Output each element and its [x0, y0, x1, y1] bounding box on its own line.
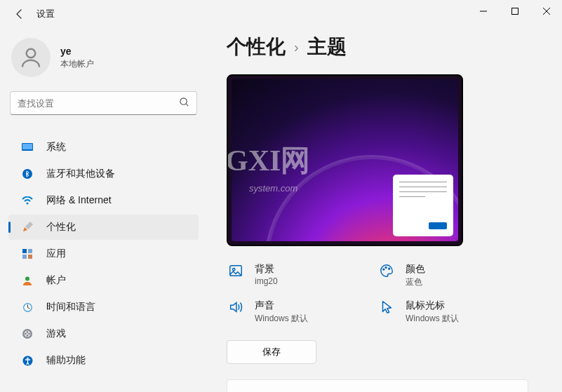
nav-label: 个性化	[46, 221, 76, 234]
option-sound[interactable]: 声音Windows 默认	[227, 297, 377, 327]
search-box[interactable]	[10, 91, 197, 115]
nav-item-system[interactable]: 系统	[8, 135, 199, 160]
nav-item-time[interactable]: 时间和语言	[8, 295, 199, 320]
svg-point-24	[27, 332, 28, 333]
preview-window-mock	[393, 175, 453, 236]
svg-point-5	[180, 97, 187, 104]
opt-sub: img20	[255, 276, 278, 286]
paint-icon	[21, 221, 34, 234]
cursor-icon	[377, 299, 396, 325]
account-icon	[21, 274, 34, 287]
image-icon	[227, 263, 245, 288]
svg-point-15	[25, 277, 29, 281]
nav-label: 帐户	[46, 274, 66, 287]
breadcrumb-current: 主题	[307, 34, 347, 60]
option-background[interactable]: 背景img20	[227, 260, 377, 291]
svg-point-30	[383, 269, 384, 270]
opt-sub: 蓝色	[406, 276, 425, 288]
svg-point-32	[389, 268, 390, 269]
nav-label: 网络 & Internet	[46, 194, 112, 207]
svg-line-6	[186, 104, 188, 106]
nav-label: 系统	[46, 141, 66, 154]
nav-item-network[interactable]: 网络 & Internet	[8, 188, 199, 213]
svg-rect-8	[22, 144, 32, 149]
back-button[interactable]	[13, 7, 27, 21]
main-panel: 个性化 › 主题 GXI网 system.com 背景img20 颜色蓝	[207, 28, 562, 392]
search-icon	[179, 97, 189, 110]
nav-label: 应用	[46, 248, 66, 260]
chevron-right-icon: ›	[294, 39, 299, 55]
nav-list: 系统 蓝牙和其他设备 网络 & Internet 个性化 应用 帐户	[6, 135, 201, 373]
nav-item-accessibility[interactable]: 辅助功能	[8, 348, 199, 373]
option-cursor[interactable]: 鼠标光标Windows 默认	[377, 297, 528, 327]
nav-item-gaming[interactable]: 游戏	[8, 321, 199, 346]
bottom-card[interactable]	[227, 379, 528, 392]
svg-rect-14	[28, 255, 32, 259]
svg-rect-1	[511, 8, 518, 15]
clock-icon	[21, 301, 34, 313]
nav-label: 蓝牙和其他设备	[46, 168, 115, 180]
nav-item-apps[interactable]: 应用	[8, 241, 199, 266]
opt-sub: Windows 默认	[255, 313, 308, 325]
search-input[interactable]	[18, 98, 179, 109]
apps-icon	[21, 248, 34, 260]
nav-label: 游戏	[46, 327, 66, 340]
nav-label: 时间和语言	[46, 301, 95, 313]
sound-icon	[227, 299, 245, 325]
breadcrumb: 个性化 › 主题	[227, 34, 548, 60]
svg-point-31	[385, 267, 387, 269]
opt-title: 鼠标光标	[406, 299, 459, 312]
svg-point-23	[29, 333, 30, 334]
svg-point-29	[233, 269, 235, 271]
option-color[interactable]: 颜色蓝色	[377, 260, 528, 291]
maximize-button[interactable]	[499, 0, 530, 22]
palette-icon	[377, 263, 396, 288]
window-controls	[467, 0, 562, 22]
monitor-icon	[21, 141, 34, 154]
account-block[interactable]: ye 本地帐户	[6, 28, 201, 91]
account-name: ye	[60, 46, 94, 57]
titlebar: 设置	[0, 0, 562, 28]
svg-point-25	[27, 335, 28, 337]
person-icon	[18, 45, 44, 70]
opt-title: 颜色	[406, 263, 425, 276]
theme-preview: GXI网 system.com	[227, 74, 463, 246]
close-button[interactable]	[530, 0, 562, 22]
svg-rect-12	[28, 249, 32, 253]
arrow-left-icon	[14, 8, 25, 20]
account-sub: 本地帐户	[60, 58, 94, 70]
svg-point-27	[27, 357, 29, 359]
theme-options: 背景img20 颜色蓝色 声音Windows 默认 鼠标光标Windows 默认	[227, 260, 528, 327]
opt-title: 背景	[255, 263, 278, 276]
maximize-icon	[511, 8, 518, 15]
svg-rect-11	[22, 249, 27, 253]
nav-label: 辅助功能	[46, 354, 86, 367]
svg-point-22	[25, 333, 27, 334]
breadcrumb-parent[interactable]: 个性化	[227, 34, 286, 60]
nav-item-bluetooth[interactable]: 蓝牙和其他设备	[8, 161, 199, 187]
sidebar: ye 本地帐户 系统 蓝牙和其他设备 网络 & Internet	[0, 28, 207, 392]
save-button[interactable]: 保存	[227, 340, 316, 364]
opt-sub: Windows 默认	[406, 313, 459, 325]
avatar	[11, 38, 51, 77]
wifi-icon	[21, 194, 34, 207]
nav-item-personalization[interactable]: 个性化	[8, 215, 199, 240]
svg-rect-13	[22, 255, 27, 259]
accessibility-icon	[21, 354, 34, 367]
nav-item-accounts[interactable]: 帐户	[8, 268, 199, 293]
window-title: 设置	[36, 8, 55, 20]
minimize-icon	[480, 8, 487, 15]
minimize-button[interactable]	[467, 0, 499, 22]
svg-point-10	[27, 203, 29, 205]
opt-title: 声音	[255, 299, 308, 312]
bluetooth-icon	[21, 168, 34, 180]
svg-point-4	[27, 49, 36, 58]
close-icon	[543, 8, 550, 15]
gaming-icon	[21, 327, 34, 340]
